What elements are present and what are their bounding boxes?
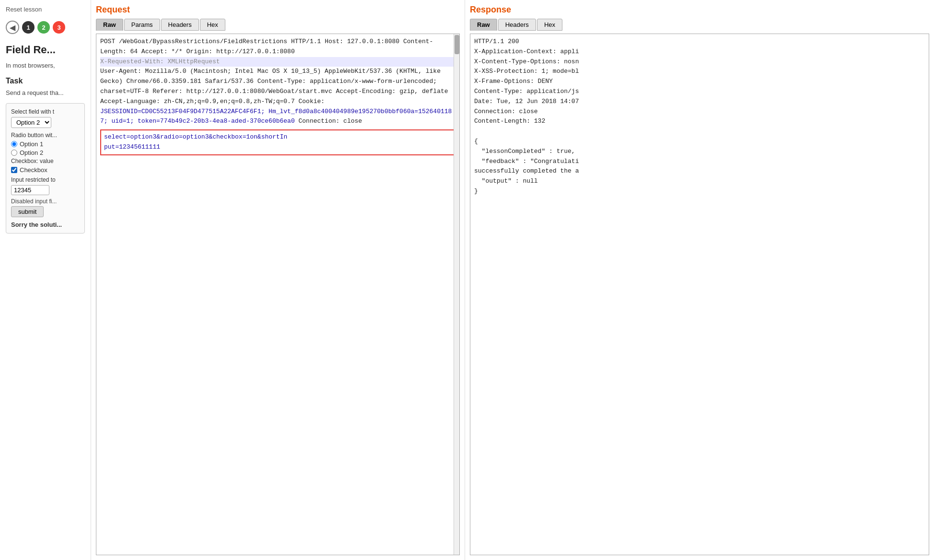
req-line-accept: Accept: */* [141,48,183,55]
request-tab-params[interactable]: Params [124,19,160,31]
lesson-title: Field Re... [6,44,85,56]
back-arrow[interactable]: ◀ [6,21,19,34]
nav-arrows: ◀ 1 2 3 [6,21,85,34]
resp-lesson-completed: "lessonCompleted" : true, [474,147,925,157]
req-line-path: /WebGoat/BypassRestrictions/FieldRestric… [119,38,287,45]
checkbox-row: Checkbox [11,166,80,174]
step-3[interactable]: 3 [53,21,65,34]
resp-date: Date: Tue, 12 Jun 2018 14:07 [474,97,925,107]
req-line-jsessionid: JSESSIONID=CD0C55213F04F9D477515A22AFC4F… [100,108,265,115]
lesson-desc: In most browsers, [6,62,85,69]
response-tab-raw[interactable]: Raw [470,19,497,31]
response-tab-headers[interactable]: Headers [498,19,536,31]
short-input[interactable] [11,185,49,195]
resp-ct-options: X-Content-Type-Options: nosn [474,57,925,67]
req-line-uid: 7; uid=1; [100,117,134,125]
req-line-host: Host: 127.0.0.1:8080 [325,38,399,45]
resp-feedback: "feedback" : "Congratulati [474,157,925,167]
request-title: Request [96,5,460,15]
sidebar: Reset lesson ◀ 1 2 3 Field Re... In most… [0,0,91,560]
radio-option2-label: Option 2 [20,149,43,156]
response-body[interactable]: HTTP/1.1 200 X-Application-Context: appl… [470,34,929,555]
resp-app-context: X-Application-Context: appli [474,47,925,57]
request-body[interactable]: POST /WebGoat/BypassRestrictions/FieldRe… [96,34,460,555]
sorry-text: Sorry the soluti... [11,221,80,228]
req-line-charset: charset=UTF-8 [100,88,149,95]
req-line-connection: Connection: close [299,117,362,125]
main-content: Request Raw Params Headers Hex POST /Web… [91,0,934,560]
select-label: Select field with t [11,108,80,115]
checkbox-input[interactable] [11,167,17,173]
step-2[interactable]: 2 [37,21,50,34]
select-field[interactable]: Option 1 Option 2 Option 3 [11,117,51,128]
req-line-token: token=774b49c2-20b3-4ea8-aded-370ce60b6e… [138,117,295,125]
req-line-http: HTTP/1.1 [291,38,321,45]
req-line-post: POST [100,38,115,45]
resp-blank [474,127,925,137]
req-line-ua1: User-Agent: Mozilla/5.0 (Macintosh; Inte… [100,68,280,75]
radio-option1-label: Option 1 [20,140,43,148]
request-tab-hex[interactable]: Hex [200,19,225,31]
request-tab-bar: Raw Params Headers Hex [96,19,460,31]
task-label: Task [6,77,85,85]
radio-option2-row: Option 2 [11,149,80,156]
resp-brace-close: } [474,187,925,197]
resp-xss: X-XSS-Protection: 1; mode=bl [474,67,925,77]
req-line-ct1: Content-Type: application/x-www-form-url… [257,78,437,85]
resp-content-type: Content-Type: application/js [474,87,925,97]
req-line-ua3: Gecko) Chrome/66.0.3359.181 Safari/537.3… [100,78,254,85]
resp-frame: X-Frame-Options: DENY [474,77,925,87]
req-line-x-requested: X-Requested-With: XMLHttpRequest [100,57,455,67]
resp-status: HTTP/1.1 200 [474,37,925,47]
checkbox-text: Checkbox [20,166,47,174]
input-label: Input restricted to [11,176,80,183]
request-body-payload: select=option3&radio=option3&checkbox=1o… [100,129,455,155]
resp-feedback2: successfully completed the a [474,166,925,176]
request-tab-raw[interactable]: Raw [96,19,123,31]
radio-label: Radio button wit... [11,132,80,139]
req-line-cookie-label: Cookie: [299,98,325,105]
resp-output: "output" : null [474,176,925,187]
req-line-ua2: X 10_13_5) AppleWebKit/537.36 (KHTML, li… [283,68,441,75]
resp-brace-open: { [474,137,925,147]
req-line-al2: zh-CN,zh;q=0.9,en;q=0.8,zh-TW;q=0.7 [164,98,295,105]
submit-button[interactable]: submit [11,206,44,217]
resp-content-length: Content-Length: 132 [474,117,925,127]
request-tab-headers[interactable]: Headers [161,19,199,31]
resp-connection: Connection: close [474,107,925,117]
step-1[interactable]: 1 [22,21,35,34]
reset-lesson-link[interactable]: Reset lesson [6,6,85,13]
field-restrictions-form: Select field with t Option 1 Option 2 Op… [6,103,85,233]
req-line-hm: Hm_lvt_f8d0a8c400404989e195270b0bbf060a=… [269,108,452,115]
radio-option1-row: Option 1 [11,140,80,148]
response-panel: Response Raw Headers Hex HTTP/1.1 200 X-… [465,0,934,560]
radio-option2[interactable] [11,150,17,156]
response-tab-hex[interactable]: Hex [537,19,562,31]
scrollbar[interactable] [454,34,459,555]
request-panel: Request Raw Params Headers Hex POST /Web… [91,0,465,560]
checkbox-label: Checkbox: value [11,158,80,164]
radio-option1[interactable] [11,141,17,147]
task-desc: Send a request tha... [6,89,85,96]
req-line-ae: Accept-Encoding: gzip, deflate [336,88,448,95]
response-tab-bar: Raw Headers Hex [470,19,929,31]
req-line-origin: Origin: http://127.0.0.1:8080 [186,48,294,55]
response-title: Response [470,5,929,15]
req-line-al1: Accept-Language: [100,98,160,105]
disabled-label: Disabled input fi... [11,198,80,205]
req-line-referer: Referer: http://127.0.0.1:8080/WebGoat/s… [152,88,332,95]
